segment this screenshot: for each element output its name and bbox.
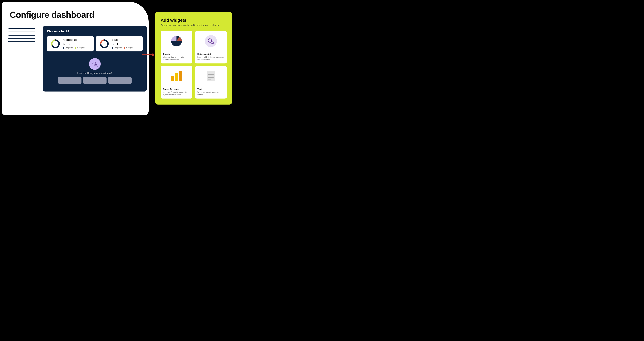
assessments-completed-count: 6 [63, 42, 64, 46]
sidebar-line [8, 41, 35, 42]
completed-dot [63, 47, 64, 48]
hailey-section: How can Hailey assist you today? [47, 55, 142, 86]
widget-card-powerbi[interactable]: Power BI report Integrate Power BI repor… [160, 66, 192, 98]
widgets-grid: Charts Visualise data trends with custom… [160, 31, 227, 98]
text-widget-info: Text Write and format your own content [195, 86, 227, 98]
assessments-title: Assessments [63, 38, 90, 41]
hailey-question: How can Hailey assist you today? [77, 72, 112, 74]
charts-pie-icon [170, 34, 183, 48]
issues-completed-count: 3 [112, 42, 114, 46]
hailey-buttons [58, 77, 132, 84]
issues-numbers: 3 1 [112, 42, 139, 46]
issues-completed-dot [112, 47, 113, 48]
issues-widget: Issues 3 1 Completed I [96, 36, 142, 52]
panel-subtitle: Drag widget to a space on the grid to ad… [160, 24, 227, 26]
inprogress-dot [75, 47, 76, 48]
issues-legend-completed: Completed [112, 47, 122, 49]
issues-completed-label: Completed [114, 47, 122, 49]
bar-1 [171, 76, 174, 81]
hailey-brain-icon [92, 61, 98, 67]
assessments-inprogress-count: 3 [68, 42, 70, 46]
assessments-legend-inprogress: In Progress [75, 47, 85, 49]
sidebar-line [8, 35, 35, 36]
charts-widget-name: Charts [163, 53, 190, 55]
hailey-assist-widget-info: Hailey Assist Interact with AI for quick… [195, 51, 227, 64]
charts-widget-info: Charts Visualise data trends with custom… [160, 51, 192, 64]
doc-line-4 [208, 77, 214, 78]
assessments-stat-info: Assessments 6 3 Completed [63, 38, 90, 49]
sidebar-lines [8, 28, 35, 42]
inprogress-label: In Progress [77, 47, 85, 49]
widget-card-charts[interactable]: Charts Visualise data trends with custom… [160, 31, 192, 64]
hailey-assist-brain-icon [207, 38, 214, 45]
hailey-assist-widget-desc: Interact with AI for quick answers and a… [197, 56, 224, 61]
hailey-btn-3[interactable] [108, 77, 132, 84]
bar-2 [175, 73, 178, 81]
sidebar-line [8, 38, 35, 39]
text-doc-icon [207, 71, 215, 81]
sidebar-line [8, 28, 35, 29]
dashboard-preview: Welcome back! [43, 26, 146, 92]
hailey-assist-bubble [205, 35, 217, 47]
hailey-assist-widget-name: Hailey Assist [197, 53, 224, 55]
issues-legend: Completed In Progress [112, 47, 139, 49]
panel-title: Add widgets [160, 18, 227, 23]
add-widgets-panel: Add widgets Drag widget to a space on th… [155, 12, 232, 104]
assessments-numbers: 6 3 [63, 42, 90, 46]
powerbi-widget-info: Power BI report Integrate Power BI repor… [160, 86, 192, 98]
powerbi-icon-area [160, 66, 192, 86]
svg-line-12 [213, 43, 214, 44]
widget-card-hailey[interactable]: Hailey Assist Interact with AI for quick… [195, 31, 227, 64]
issues-inprogress-label: In Progress [126, 47, 134, 49]
powerbi-bars [171, 71, 182, 81]
charts-widget-desc: Visualise data trends with customizable … [163, 56, 190, 61]
issues-inprogress-dot [124, 47, 125, 48]
assessments-legend: Completed In Progress [63, 47, 90, 49]
assessments-legend-completed: Completed [63, 47, 73, 49]
text-widget-name: Text [197, 88, 224, 90]
completed-label: Completed [65, 47, 73, 49]
doc-line-2 [208, 74, 214, 75]
widgets-row: Assessments 6 3 Completed [47, 36, 142, 52]
doc-line-5 [208, 79, 211, 80]
hailey-btn-2[interactable] [83, 77, 106, 84]
assessments-donut [50, 39, 60, 49]
hailey-btn-1[interactable] [58, 77, 82, 84]
bar-3 [179, 71, 182, 81]
assessments-widget: Assessments 6 3 Completed [47, 36, 94, 52]
doc-line-3 [208, 76, 212, 76]
hailey-bubble [89, 58, 101, 70]
issues-stat-info: Issues 3 1 Completed I [112, 38, 139, 49]
issues-donut [99, 39, 109, 49]
arrow-dot [152, 54, 154, 56]
svg-line-9 [97, 66, 97, 66]
sidebar-line [8, 32, 35, 32]
powerbi-widget-name: Power BI report [163, 88, 190, 90]
powerbi-widget-desc: Integrate Power BI reports fot dynamic d… [163, 91, 190, 96]
page-title: Configure dashboard [10, 10, 142, 20]
outer-container: Configure dashboard Welcome back! [2, 2, 232, 122]
issues-title: Issues [112, 38, 139, 41]
text-icon-area [195, 66, 227, 86]
arrow-line [142, 54, 152, 55]
issues-inprogress-count: 1 [116, 42, 118, 46]
issues-legend-inprogress: In Progress [124, 47, 134, 49]
doc-line-1 [208, 73, 214, 73]
charts-icon-area [160, 31, 192, 51]
text-widget-desc: Write and format your own content [197, 91, 224, 96]
arrow-connector [142, 54, 154, 56]
hailey-assist-icon-area [195, 31, 227, 51]
welcome-text: Welcome back! [47, 30, 142, 33]
widget-card-text[interactable]: Text Write and format your own content [195, 66, 227, 98]
main-card: Configure dashboard Welcome back! [2, 2, 148, 115]
